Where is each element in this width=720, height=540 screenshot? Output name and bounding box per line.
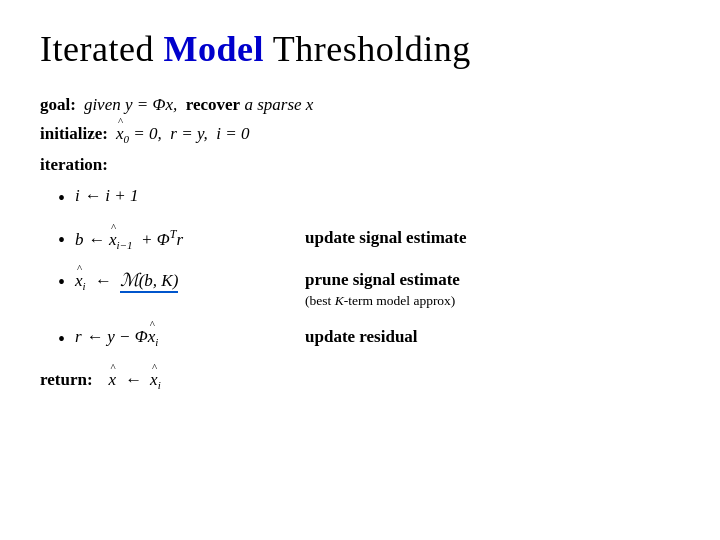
bullet-math-1: i ← i + 1 xyxy=(75,184,275,208)
title-prefix: Iterated xyxy=(40,29,163,69)
initialize-label: initialize: xyxy=(40,121,108,147)
bullet-math-3: ^ x i ← ℳ(b, K) xyxy=(75,268,275,295)
title-suffix: Thresholding xyxy=(264,29,471,69)
initialize-text: ^ x 0 = 0, r = y, i = 0 xyxy=(116,121,249,148)
bullet-math-2: b ← ^ x i−1 + ΦTr xyxy=(75,226,275,253)
title-highlight: Model xyxy=(163,29,263,69)
iteration-text: iteration: xyxy=(40,155,108,174)
return-text: ^ x ← ^ x i xyxy=(109,367,161,394)
goal-label: goal: xyxy=(40,92,76,118)
bullet-row-3: • ^ x i ← ℳ(b, K) prune signal estimate … xyxy=(58,268,680,311)
return-line: return: ^ x ← ^ x i xyxy=(40,367,680,394)
goal-line: goal: given y = Φx, recover a sparse x xyxy=(40,92,680,118)
bullet-desc-4: update residual xyxy=(305,325,418,349)
bullet-dot-2: • xyxy=(58,226,65,254)
bullet-desc-2: update signal estimate xyxy=(305,226,467,250)
bullet-dot-4: • xyxy=(58,325,65,353)
initialize-line: initialize: ^ x 0 = 0, r = y, i = 0 xyxy=(40,121,680,148)
bullet-dot-1: • xyxy=(58,184,65,212)
iteration-label: iteration: xyxy=(40,152,680,178)
bullet-row-4: • r ← y − Φ^xi update residual xyxy=(58,325,680,353)
bullet-math-4: r ← y − Φ^xi xyxy=(75,325,275,351)
return-label: return: xyxy=(40,367,93,393)
slide-title: Iterated Model Thresholding xyxy=(40,28,680,70)
bullet-row-1: • i ← i + 1 xyxy=(58,184,680,212)
slide: Iterated Model Thresholding goal: given … xyxy=(0,0,720,540)
bullet-desc-3: prune signal estimate (best K-term model… xyxy=(305,268,460,311)
bullet-subdesc-3: (best K-term model approx) xyxy=(305,292,460,311)
bullets-container: • i ← i + 1 • b ← ^ x i−1 + ΦTr update xyxy=(58,184,680,353)
bullet-dot-3: • xyxy=(58,268,65,296)
bullet-row-2: • b ← ^ x i−1 + ΦTr update signal estima… xyxy=(58,226,680,254)
content-area: goal: given y = Φx, recover a sparse x i… xyxy=(40,92,680,394)
